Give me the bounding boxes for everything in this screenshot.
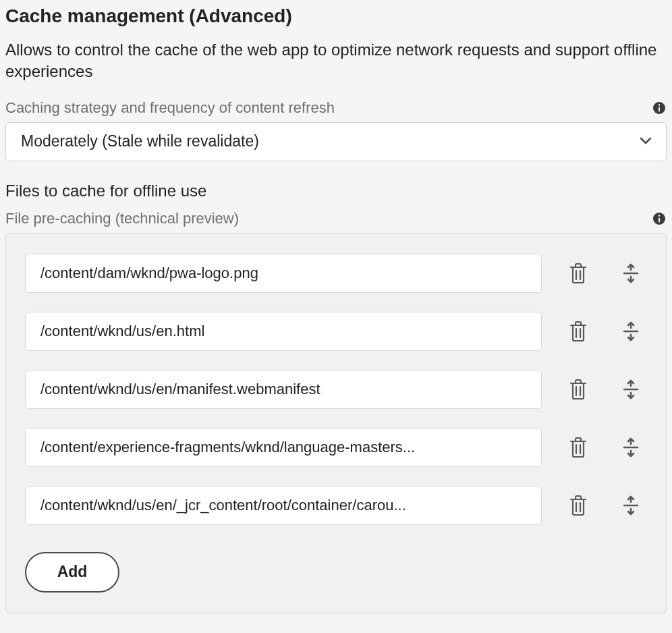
- section-description: Allows to control the cache of the web a…: [5, 39, 667, 83]
- delete-button[interactable]: [562, 257, 594, 290]
- file-precaching-label: File pre-caching (technical preview): [5, 210, 239, 227]
- files-to-cache-heading: Files to cache for offline use: [5, 182, 667, 200]
- caching-strategy-select[interactable]: Moderately (Stale while revalidate): [5, 122, 667, 161]
- reorder-icon: [621, 262, 641, 285]
- file-path-input[interactable]: /content/dam/wknd/pwa-logo.png: [25, 254, 542, 293]
- reorder-icon: [621, 494, 641, 517]
- delete-button[interactable]: [562, 315, 594, 348]
- svg-point-5: [659, 215, 661, 217]
- reorder-icon: [621, 436, 641, 459]
- file-precaching-label-row: File pre-caching (technical preview): [5, 210, 667, 227]
- multifield-row: /content/experience-fragments/wknd/langu…: [25, 428, 647, 467]
- svg-rect-1: [659, 107, 660, 111]
- reorder-button[interactable]: [615, 489, 647, 522]
- cache-management-panel: Cache management (Advanced) Allows to co…: [0, 0, 672, 624]
- section-title: Cache management (Advanced): [5, 5, 667, 27]
- file-path-input[interactable]: /content/experience-fragments/wknd/langu…: [25, 428, 542, 467]
- reorder-button[interactable]: [615, 431, 647, 464]
- caching-strategy-label-row: Caching strategy and frequency of conten…: [5, 99, 667, 117]
- reorder-icon: [621, 378, 641, 401]
- info-icon[interactable]: [652, 211, 667, 226]
- delete-button[interactable]: [562, 373, 594, 406]
- caching-strategy-label: Caching strategy and frequency of conten…: [5, 99, 335, 117]
- trash-icon: [568, 436, 588, 459]
- file-path-input[interactable]: /content/wknd/us/en/_jcr_content/root/co…: [25, 486, 542, 525]
- multifield-row: /content/wknd/us/en.html: [25, 312, 647, 351]
- reorder-button[interactable]: [615, 373, 647, 406]
- trash-icon: [568, 262, 588, 285]
- caching-strategy-value: Moderately (Stale while revalidate): [21, 132, 259, 150]
- trash-icon: [568, 494, 588, 517]
- reorder-icon: [621, 320, 641, 343]
- svg-point-2: [659, 104, 661, 106]
- delete-button[interactable]: [562, 489, 594, 522]
- reorder-button[interactable]: [615, 257, 647, 290]
- file-path-input[interactable]: /content/wknd/us/en/manifest.webmanifest: [25, 370, 542, 409]
- trash-icon: [568, 378, 588, 401]
- reorder-button[interactable]: [615, 315, 647, 348]
- multifield-row: /content/wknd/us/en/_jcr_content/root/co…: [25, 486, 647, 525]
- multifield-row: /content/wknd/us/en/manifest.webmanifest: [25, 370, 647, 409]
- caching-strategy-select-wrap: Moderately (Stale while revalidate): [5, 122, 667, 161]
- multifield-row: /content/dam/wknd/pwa-logo.png: [25, 254, 647, 293]
- info-icon[interactable]: [652, 101, 667, 115]
- file-precaching-multifield: /content/dam/wknd/pwa-logo.png /content/…: [5, 233, 667, 613]
- svg-rect-4: [659, 217, 660, 222]
- trash-icon: [568, 320, 588, 343]
- delete-button[interactable]: [562, 431, 594, 464]
- add-button[interactable]: Add: [25, 552, 119, 593]
- file-path-input[interactable]: /content/wknd/us/en.html: [25, 312, 542, 351]
